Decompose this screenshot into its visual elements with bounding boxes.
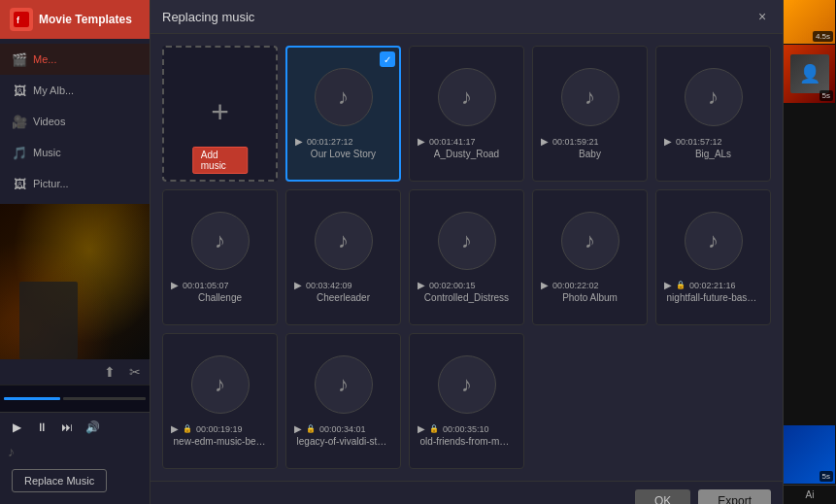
sidebar-timeline [0,385,150,412]
music-card-7[interactable]: ♪ ▶ 00:00:22:02 Photo Album [532,189,648,325]
card-name: Cheerleader [317,292,370,303]
play-small-icon[interactable]: ▶ [664,136,672,147]
dialog-close-button[interactable]: × [753,8,771,25]
right-panel: 4.5s 👤 5s 5s Ai [783,0,836,504]
music-card-5[interactable]: ♪ ▶ 00:03:42:09 Cheerleader [285,189,401,325]
music-card-10[interactable]: ♪ ▶ 🔒 00:00:34:01 legacy-of-vivaldi-stor… [285,333,401,469]
sidebar-item-music[interactable]: 🎵 Music [0,137,150,168]
music-note-circle: ♪ [561,68,619,126]
sidebar-item-videos[interactable]: 🎥 Videos [0,106,150,137]
music-note-circle: ♪ [191,355,250,414]
card-bottom: ▶ 00:03:42:09 [294,280,392,290]
music-note-icon: ♪ [338,228,349,253]
music-card-1[interactable]: ♪ ▶ 00:01:41:17 A_Dusty_Road [409,46,524,182]
thumb-duration-1: 4.5s [813,31,833,42]
dialog-content: + Add music ✓ ♪ ▶ 00:01:27:12 Our Love S… [150,34,783,481]
card-name: new-edm-music-beet-... [174,436,267,447]
volume-button[interactable]: 🔊 [82,417,103,438]
export-button[interactable]: Export [698,489,771,504]
music-note-icon: ♪ [338,372,349,397]
sidebar-item-pictures[interactable]: 🖼 Pictur... [0,168,150,199]
duration-text: 00:01:05:07 [183,281,229,290]
sidebar-upload-btn[interactable]: ⬆ [99,361,120,383]
replace-music-button[interactable]: Replace Music [12,469,107,492]
music-card-0[interactable]: ✓ ♪ ▶ 00:01:27:12 Our Love Story [285,46,401,182]
right-thumb-1: 4.5s [784,0,835,44]
card-bottom: ▶ 00:02:00:15 [418,280,516,290]
music-card-6[interactable]: ♪ ▶ 00:02:00:15 Controlled_Distress [409,189,524,325]
add-music-card[interactable]: + Add music [162,46,278,182]
card-name: Photo Album [562,292,618,303]
duration-text: 00:00:34:01 [319,424,366,434]
play-small-icon[interactable]: ▶ [294,280,302,290]
preview-figure [19,282,78,359]
music-note-icon: ♪ [461,372,472,397]
music-card-11[interactable]: ♪ ▶ 🔒 00:00:35:10 old-friends-from-manha… [409,333,524,469]
sidebar-item-label: Videos [33,116,65,127]
play-button[interactable]: ▶ [6,417,27,438]
duration-text: 00:02:21:16 [689,281,736,290]
play-small-icon[interactable]: ▶ [418,136,425,147]
thumb-duration-2: 5s [819,90,833,101]
next-button[interactable]: ⏭ [56,417,78,438]
duration-text: 00:01:41:17 [429,137,476,147]
pause-button[interactable]: ⏸ [31,417,52,438]
music-card-2[interactable]: ♪ ▶ 00:01:59:21 Baby [532,46,648,182]
card-name: legacy-of-vivaldi-storm-... [297,436,390,447]
sidebar-item-album[interactable]: 🖼 My Alb... [0,75,150,106]
video-icon: 🎥 [12,114,27,129]
card-name: old-friends-from-manha-... [420,436,514,447]
music-note-circle: ♪ [438,212,496,270]
play-small-icon[interactable]: ▶ [171,423,179,434]
play-small-icon[interactable]: ▶ [294,423,302,434]
card-name: A_Dusty_Road [434,149,499,159]
duration-text: 00:01:59:21 [552,137,599,147]
card-bottom: ▶ 🔒 00:02:21:16 [664,280,762,290]
card-name: Our Love Story [311,149,376,159]
play-small-icon[interactable]: ▶ [418,280,425,290]
music-note-icon: ♪ [338,84,349,110]
ok-button[interactable]: OK [635,489,690,504]
play-small-icon[interactable]: ▶ [171,280,179,290]
play-small-icon[interactable]: ▶ [541,280,549,290]
card-bottom: ▶ 🔒 00:00:35:10 [418,423,516,434]
music-note-icon: ♪ [461,84,472,110]
sidebar-item-label: Pictur... [33,178,69,189]
play-small-icon[interactable]: ▶ [418,423,425,434]
timeline-progress [4,397,60,400]
music-note-icon: ♪ [585,84,595,110]
app-title: Movie Templates [39,13,132,26]
card-bottom: ▶ 00:01:05:07 [171,280,269,290]
card-bottom: ▶ 00:01:41:17 [418,136,516,147]
music-card-4[interactable]: ♪ ▶ 00:01:05:07 Challenge [162,189,278,325]
play-small-icon[interactable]: ▶ [541,136,549,147]
music-note-circle: ♪ [315,68,373,126]
sidebar-item-media[interactable]: 🎬 Me... [0,44,150,75]
play-small-icon[interactable]: ▶ [664,280,672,290]
card-bottom: ▶ 00:00:22:02 [541,280,639,290]
add-icon: + [211,94,229,130]
music-note-circle: ♪ [191,212,250,270]
right-thumb-3: 5s [784,425,835,484]
right-thumb-2: 👤 5s [784,45,835,103]
lock-icon: 🔒 [676,281,686,289]
replace-music-section: Replace Music [0,461,150,504]
lock-icon: 🔒 [429,424,439,433]
duration-text: 00:01:27:12 [307,137,353,147]
selected-checkmark: ✓ [380,51,395,67]
preview-background [0,204,150,359]
play-small-icon[interactable]: ▶ [295,136,303,147]
music-note-circle: ♪ [438,355,496,414]
music-card-3[interactable]: ♪ ▶ 00:01:57:12 Big_ALs [655,46,771,182]
music-card-8[interactable]: ♪ ▶ 🔒 00:02:21:16 nightfall-future-bass-… [655,189,771,325]
music-note-icon: ♪ [708,84,719,110]
card-name: Challenge [198,292,242,303]
music-card-9[interactable]: ♪ ▶ 🔒 00:00:19:19 new-edm-music-beet-... [162,333,278,469]
card-bottom: ▶ 00:01:27:12 [295,136,391,147]
sidebar-nav: 🎬 Me... 🖼 My Alb... 🎥 Videos 🎵 Music 🖼 P… [0,39,150,204]
music-note-icon: ♪ [585,228,595,253]
card-bottom: ▶ 🔒 00:00:34:01 [294,423,392,434]
sidebar-edit-btn[interactable]: ✂ [124,361,146,383]
music-note-icon: ♪ [708,228,719,253]
sidebar-icon-row: ⬆ ✂ [0,359,150,385]
